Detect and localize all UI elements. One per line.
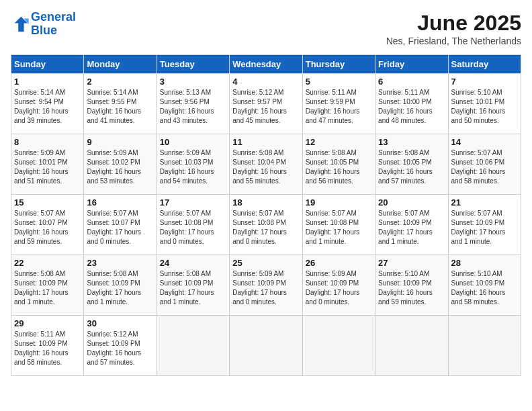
day-info: Sunrise: 5:09 AMSunset: 10:03 PMDaylight…	[160, 148, 226, 186]
weekday-header-thursday: Thursday	[302, 55, 375, 74]
day-info: Sunrise: 5:08 AMSunset: 10:09 PMDaylight…	[160, 269, 226, 307]
calendar-cell: 23Sunrise: 5:08 AMSunset: 10:09 PMDaylig…	[84, 255, 157, 316]
day-number: 12	[306, 137, 372, 147]
day-info: Sunrise: 5:07 AMSunset: 10:08 PMDaylight…	[160, 209, 226, 246]
day-number: 1	[14, 77, 81, 87]
week-row-2: 8Sunrise: 5:09 AMSunset: 10:01 PMDayligh…	[11, 134, 521, 195]
logo-text: General Blue	[31, 11, 76, 38]
day-info: Sunrise: 5:07 AMSunset: 10:08 PMDaylight…	[306, 209, 372, 246]
day-info: Sunrise: 5:07 AMSunset: 10:09 PMDaylight…	[451, 209, 518, 246]
day-number: 6	[378, 77, 445, 87]
weekday-header-sunday: Sunday	[11, 55, 84, 74]
day-number: 27	[378, 258, 445, 268]
week-row-4: 22Sunrise: 5:08 AMSunset: 10:09 PMDaylig…	[11, 255, 521, 316]
day-number: 23	[87, 258, 153, 268]
calendar-cell: 4Sunrise: 5:12 AMSunset: 9:57 PMDaylight…	[230, 74, 302, 134]
day-info: Sunrise: 5:08 AMSunset: 10:05 PMDaylight…	[378, 148, 445, 186]
calendar-cell: 26Sunrise: 5:09 AMSunset: 10:09 PMDaylig…	[302, 255, 375, 316]
calendar-cell: 21Sunrise: 5:07 AMSunset: 10:09 PMDaylig…	[448, 195, 521, 255]
calendar-cell: 20Sunrise: 5:07 AMSunset: 10:09 PMDaylig…	[375, 195, 448, 255]
calendar-cell: 16Sunrise: 5:07 AMSunset: 10:07 PMDaylig…	[84, 195, 157, 255]
calendar-cell: 14Sunrise: 5:07 AMSunset: 10:06 PMDaylig…	[448, 134, 521, 195]
calendar-cell: 3Sunrise: 5:13 AMSunset: 9:56 PMDaylight…	[157, 74, 229, 134]
day-info: Sunrise: 5:11 AMSunset: 10:09 PMDaylight…	[14, 330, 81, 367]
day-info: Sunrise: 5:11 AMSunset: 10:00 PMDaylight…	[378, 88, 445, 126]
calendar-cell: 29Sunrise: 5:11 AMSunset: 10:09 PMDaylig…	[11, 316, 84, 376]
calendar-cell	[157, 316, 229, 376]
weekday-header-tuesday: Tuesday	[157, 55, 229, 74]
calendar-cell: 12Sunrise: 5:08 AMSunset: 10:05 PMDaylig…	[302, 134, 375, 195]
day-info: Sunrise: 5:12 AMSunset: 9:57 PMDaylight:…	[232, 88, 299, 126]
day-info: Sunrise: 5:10 AMSunset: 10:09 PMDaylight…	[451, 269, 518, 307]
day-number: 29	[14, 318, 81, 328]
day-number: 30	[87, 318, 153, 328]
day-number: 5	[306, 77, 372, 87]
day-info: Sunrise: 5:07 AMSunset: 10:09 PMDaylight…	[378, 209, 445, 246]
calendar-cell: 24Sunrise: 5:08 AMSunset: 10:09 PMDaylig…	[157, 255, 229, 316]
calendar-cell: 1Sunrise: 5:14 AMSunset: 9:54 PMDaylight…	[11, 74, 84, 134]
calendar-cell: 5Sunrise: 5:11 AMSunset: 9:59 PMDaylight…	[302, 74, 375, 134]
day-info: Sunrise: 5:11 AMSunset: 9:59 PMDaylight:…	[306, 88, 372, 126]
logo: General Blue	[11, 11, 76, 38]
day-number: 13	[378, 137, 445, 147]
day-number: 21	[451, 197, 518, 208]
day-info: Sunrise: 5:13 AMSunset: 9:56 PMDaylight:…	[160, 88, 226, 126]
calendar-cell: 11Sunrise: 5:08 AMSunset: 10:04 PMDaylig…	[230, 134, 302, 195]
calendar-cell: 15Sunrise: 5:07 AMSunset: 10:07 PMDaylig…	[11, 195, 84, 255]
day-number: 11	[232, 137, 299, 147]
calendar-cell	[230, 316, 302, 376]
day-info: Sunrise: 5:09 AMSunset: 10:01 PMDaylight…	[14, 148, 81, 186]
week-row-5: 29Sunrise: 5:11 AMSunset: 10:09 PMDaylig…	[11, 316, 521, 376]
weekday-header-monday: Monday	[84, 55, 157, 74]
day-info: Sunrise: 5:14 AMSunset: 9:54 PMDaylight:…	[14, 88, 81, 126]
calendar-cell: 10Sunrise: 5:09 AMSunset: 10:03 PMDaylig…	[157, 134, 229, 195]
day-number: 28	[451, 258, 518, 268]
calendar-cell: 8Sunrise: 5:09 AMSunset: 10:01 PMDayligh…	[11, 134, 84, 195]
calendar-cell: 2Sunrise: 5:14 AMSunset: 9:55 PMDaylight…	[84, 74, 157, 134]
calendar-cell: 18Sunrise: 5:07 AMSunset: 10:08 PMDaylig…	[230, 195, 302, 255]
day-info: Sunrise: 5:14 AMSunset: 9:55 PMDaylight:…	[87, 88, 153, 126]
day-info: Sunrise: 5:09 AMSunset: 10:02 PMDaylight…	[87, 148, 153, 186]
day-info: Sunrise: 5:12 AMSunset: 10:09 PMDaylight…	[87, 330, 153, 367]
day-number: 26	[306, 258, 372, 268]
weekday-header-saturday: Saturday	[448, 55, 521, 74]
day-number: 4	[232, 77, 299, 87]
weekday-header-row: SundayMondayTuesdayWednesdayThursdayFrid…	[11, 55, 521, 74]
calendar-cell	[375, 316, 448, 376]
calendar-table: SundayMondayTuesdayWednesdayThursdayFrid…	[11, 54, 521, 376]
day-number: 22	[14, 258, 81, 268]
day-info: Sunrise: 5:07 AMSunset: 10:07 PMDaylight…	[87, 209, 153, 246]
day-number: 17	[160, 197, 226, 208]
day-number: 20	[378, 197, 445, 208]
day-info: Sunrise: 5:07 AMSunset: 10:06 PMDaylight…	[451, 148, 518, 186]
day-number: 18	[232, 197, 299, 208]
day-number: 10	[160, 137, 226, 147]
calendar-cell: 7Sunrise: 5:10 AMSunset: 10:01 PMDayligh…	[448, 74, 521, 134]
day-number: 3	[160, 77, 226, 87]
calendar-cell: 25Sunrise: 5:09 AMSunset: 10:09 PMDaylig…	[230, 255, 302, 316]
day-number: 19	[306, 197, 372, 208]
day-number: 15	[14, 197, 81, 208]
day-info: Sunrise: 5:08 AMSunset: 10:04 PMDaylight…	[232, 148, 299, 186]
title-block: June 2025 Nes, Friesland, The Netherland…	[386, 11, 521, 46]
calendar-cell: 27Sunrise: 5:10 AMSunset: 10:09 PMDaylig…	[375, 255, 448, 316]
calendar-cell	[302, 316, 375, 376]
day-number: 24	[160, 258, 226, 268]
day-info: Sunrise: 5:07 AMSunset: 10:08 PMDaylight…	[232, 209, 299, 246]
calendar-cell: 22Sunrise: 5:08 AMSunset: 10:09 PMDaylig…	[11, 255, 84, 316]
day-info: Sunrise: 5:10 AMSunset: 10:09 PMDaylight…	[378, 269, 445, 307]
day-info: Sunrise: 5:10 AMSunset: 10:01 PMDaylight…	[451, 88, 518, 126]
week-row-3: 15Sunrise: 5:07 AMSunset: 10:07 PMDaylig…	[11, 195, 521, 255]
calendar-cell: 19Sunrise: 5:07 AMSunset: 10:08 PMDaylig…	[302, 195, 375, 255]
weekday-header-friday: Friday	[375, 55, 448, 74]
day-info: Sunrise: 5:08 AMSunset: 10:09 PMDaylight…	[14, 269, 81, 307]
calendar-cell: 30Sunrise: 5:12 AMSunset: 10:09 PMDaylig…	[84, 316, 157, 376]
day-number: 14	[451, 137, 518, 147]
calendar-cell: 17Sunrise: 5:07 AMSunset: 10:08 PMDaylig…	[157, 195, 229, 255]
day-number: 7	[451, 77, 518, 87]
day-info: Sunrise: 5:08 AMSunset: 10:05 PMDaylight…	[306, 148, 372, 186]
day-info: Sunrise: 5:07 AMSunset: 10:07 PMDaylight…	[14, 209, 81, 246]
day-number: 16	[87, 197, 153, 208]
calendar-cell: 13Sunrise: 5:08 AMSunset: 10:05 PMDaylig…	[375, 134, 448, 195]
weekday-header-wednesday: Wednesday	[230, 55, 302, 74]
